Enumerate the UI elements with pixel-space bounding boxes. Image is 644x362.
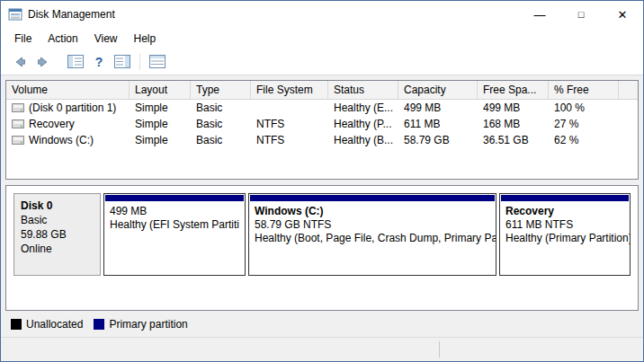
status-bar-divider [439,341,440,358]
column-free-space[interactable]: Free Spa... [478,81,549,99]
partition-text: 499 MB Healthy (EFI System Partiti [104,201,245,232]
primary-partition-color-bar [105,195,244,201]
cell-free-space: 168 MB [478,118,549,130]
table-row[interactable]: Recovery Simple Basic NTFS Healthy (P...… [6,116,638,132]
table-row[interactable]: (Disk 0 partition 1) Simple Basic Health… [6,100,638,116]
column-volume[interactable]: Volume [6,81,130,99]
client-area: Volume Layout Type File System Status Ca… [1,75,643,337]
unallocated-swatch [11,319,22,330]
partition-name: Windows (C:) [255,205,490,218]
legend-item-unallocated: Unallocated [11,318,83,331]
cell-file-system: NTFS [251,134,328,146]
details-view-icon[interactable] [148,53,167,71]
menu-view[interactable]: View [86,30,126,48]
minimize-button[interactable]: — [519,1,560,28]
primary-partition-color-bar [501,195,629,201]
volume-name: Windows (C:) [29,134,94,146]
action-pane-icon[interactable] [112,53,132,71]
cell-percent-free: 100 % [549,102,619,114]
cell-status: Healthy (B... [328,134,398,146]
partition-status: Healthy (Primary Partition) [505,232,624,245]
partition-text: Recovery 611 MB NTFS Healthy (Primary Pa… [500,201,630,245]
volume-icon [12,119,24,129]
column-status[interactable]: Status [328,81,398,99]
column-capacity[interactable]: Capacity [398,81,478,99]
volume-name: Recovery [29,118,75,130]
cell-layout: Simple [130,118,191,130]
status-bar [1,337,643,361]
partition-text: Windows (C:) 58.79 GB NTFS Healthy (Boot… [249,201,496,245]
volume-icon [12,135,24,146]
cell-capacity: 499 MB [398,102,478,114]
disk-graphical-panel: Disk 0 Basic 59.88 GB Online 499 MB Heal… [5,185,639,311]
disk-size: 59.88 GB [21,227,94,242]
cell-volume: Windows (C:) [6,134,130,146]
partition-status: Healthy (EFI System Partiti [110,218,239,232]
cell-status: Healthy (P... [328,118,398,130]
window-controls: — □ ✕ [519,1,643,28]
menu-action[interactable]: Action [40,30,85,48]
toolbar-separator [139,54,140,70]
toolbar: ? [1,49,643,75]
window-title: Disk Management [28,8,115,21]
legend-label: Primary partition [109,318,187,331]
cell-status: Healthy (E... [328,102,398,114]
menubar: File Action View Help [1,28,643,49]
console-tree-icon[interactable] [66,53,85,71]
maximize-button[interactable]: □ [560,1,602,28]
disk-management-window: Disk Management — □ ✕ File Action View H… [0,0,644,362]
menu-file[interactable]: File [6,30,40,48]
column-layout[interactable]: Layout [130,81,191,99]
forward-icon[interactable] [33,53,53,71]
disk-management-app-icon [8,7,22,22]
legend: Unallocated Primary partition [5,311,639,332]
legend-item-primary-partition: Primary partition [94,318,187,331]
primary-partition-color-bar [250,195,495,201]
back-icon[interactable] [10,53,30,71]
cell-percent-free: 27 % [549,118,619,130]
cell-capacity: 58.79 GB [398,134,478,146]
disk-status: Online [21,242,94,256]
help-icon[interactable]: ? [89,53,109,71]
titlebar: Disk Management — □ ✕ [1,1,643,28]
partition-status: Healthy (Boot, Page File, Crash Dump, Pr… [255,232,490,245]
cell-free-space: 36.51 GB [478,134,549,146]
help-glyph: ? [95,55,103,69]
cell-type: Basic [191,134,251,146]
cell-layout: Simple [130,102,191,114]
partition-name: Recovery [505,205,624,218]
disk-type: Basic [21,213,94,227]
volume-name: (Disk 0 partition 1) [29,102,116,114]
column-file-system[interactable]: File System [251,81,328,99]
partition-size: 58.79 GB NTFS [255,218,490,232]
legend-label: Unallocated [26,318,83,331]
column-type[interactable]: Type [191,81,251,99]
cell-type: Basic [191,118,251,130]
partition-windows-c[interactable]: Windows (C:) 58.79 GB NTFS Healthy (Boot… [248,193,496,276]
menu-help[interactable]: Help [126,30,165,48]
cell-percent-free: 62 % [549,134,619,146]
cell-volume: Recovery [6,118,130,130]
disk-name: Disk 0 [21,199,94,213]
cell-file-system: NTFS [251,118,328,130]
cell-layout: Simple [130,134,191,146]
close-button[interactable]: ✕ [602,1,643,28]
volume-list-panel: Volume Layout Type File System Status Ca… [5,80,639,180]
volume-icon [12,102,24,113]
disk0-row: Disk 0 Basic 59.88 GB Online 499 MB Heal… [13,193,631,276]
partition-size: 611 MB NTFS [505,218,624,232]
column-percent-free[interactable]: % Free [549,81,619,99]
partition-recovery[interactable]: Recovery 611 MB NTFS Healthy (Primary Pa… [499,193,631,276]
column-filler [619,81,638,99]
cell-type: Basic [191,102,251,114]
primary-partition-swatch [94,319,104,330]
partition-size: 499 MB [110,205,239,218]
disk0-info-box[interactable]: Disk 0 Basic 59.88 GB Online [13,193,101,276]
table-row[interactable]: Windows (C:) Simple Basic NTFS Healthy (… [6,132,638,148]
partition-efi-system[interactable]: 499 MB Healthy (EFI System Partiti [103,193,246,276]
cell-capacity: 611 MB [398,118,478,130]
cell-free-space: 499 MB [478,102,549,114]
volume-table-header: Volume Layout Type File System Status Ca… [6,81,638,100]
cell-volume: (Disk 0 partition 1) [6,102,130,114]
